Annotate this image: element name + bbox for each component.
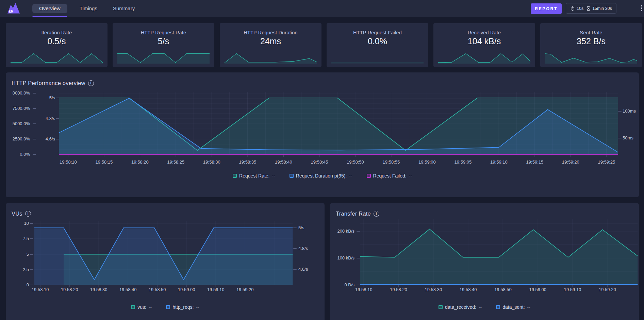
axis-tick [30,285,33,285]
axis-tick [33,154,36,155]
k6-dashboard: { "topbar": { "tabs": [ {"label": "Overv… [0,0,644,320]
axis-label: 5000.0% [0,121,30,127]
stopwatch-icon [570,6,575,11]
axis-tick [30,269,33,270]
hourglass-icon [586,6,591,11]
svg-text:k6: k6 [9,10,13,13]
axis-label: 19:58:20 [383,287,414,292]
k6-logo-icon[interactable]: k6 [7,2,20,15]
axis-label: 0 [0,282,29,288]
legend-label: Request Rate: [239,173,270,179]
axis-tick [56,118,59,119]
kebab-menu-icon[interactable] [641,5,644,11]
metric-title: Iteration Rate [42,30,72,35]
metric-title: Received Rate [468,30,501,35]
axis-label: 19:59:00 [412,159,442,165]
axis-label: 19:58:30 [418,287,449,292]
axis-label: 19:59:20 [555,159,586,165]
legend-item-request-rate[interactable]: Request Rate: -- [233,173,275,179]
metric-value: 0.5/s [47,36,66,46]
axis-tick [293,248,297,249]
axis-label: 200 kB/s [300,229,354,234]
axis-label: 19:58:40 [453,287,483,292]
metric-card-http-request-duration: HTTP Request Duration 24ms [220,23,321,67]
axis-tick [56,98,59,98]
total-duration-value: 15min 30s [592,6,612,11]
axis-label: 19:58:55 [376,159,407,165]
axis-label: 5 [0,252,29,257]
metric-title: HTTP Request Rate [141,30,186,35]
legend-label: Request Failed: [373,173,407,179]
legend-item-request-duration[interactable]: Request Duration p(95): -- [290,173,352,179]
axis-label: 19:58:30 [196,159,227,165]
legend-item-data-received[interactable]: data_received: -- [439,304,482,310]
tab-overview[interactable]: Overview [32,4,67,13]
legend-item-request-failed[interactable]: Request Failed: -- [367,173,412,179]
axis-tick [33,123,36,124]
legend-value: -- [527,304,530,310]
metric-card-sent-rate: Sent Rate 352 B/s [540,23,642,67]
axis-tick [357,285,360,285]
sparkline-chart [11,51,103,64]
chart-legend: vus: -- http_reqs: -- [6,304,325,310]
axis-label: 19:58:45 [304,159,335,165]
metric-card-iteration-rate: Iteration Rate 0.5/s [6,23,108,67]
metric-value: 0.0% [368,36,387,46]
report-button[interactable]: REPORT [531,3,562,14]
axis-label: 10 [0,221,29,226]
transfer-rate-panel: Transfer Rate data_received: -- data_sen… [330,203,639,320]
axis-label: 19:59:00 [523,287,553,292]
axis-label: 2.5 [0,267,29,272]
tab-summary[interactable]: Summary [106,4,142,13]
legend-label: http_reqs: [172,304,194,310]
axis-tick [30,223,33,224]
axis-label: 0.0% [0,152,30,157]
axis-label: 19:59:05 [448,159,478,165]
axis-label: 19:58:20 [125,159,155,165]
legend-label: data_sent: [502,304,525,310]
axis-label: 19:59:10 [557,287,588,292]
legend-value: -- [479,304,482,310]
metric-value: 24ms [260,36,281,46]
metric-title: HTTP Request Failed [353,30,402,35]
elapsed-time: 10s [570,6,583,11]
sparkline-chart [545,51,637,64]
tab-timings[interactable]: Timings [73,4,104,13]
legend-item-data-sent[interactable]: data_sent: -- [496,304,530,310]
axis-label: 19:58:40 [268,159,299,165]
axis-label: 19:58:50 [340,159,370,165]
active-tab-indicator [32,16,67,17]
http-reqs-swatch-icon [166,305,170,309]
metric-title: HTTP Request Duration [244,30,298,35]
data-received-swatch-icon [439,305,443,309]
axis-label: 19:58:35 [232,159,263,165]
axis-label: 4.8/s [1,116,55,121]
sparkline-chart [117,51,210,64]
http-performance-overview-panel: HTTP Performance overview Request Rate: … [6,72,639,197]
axis-tick [30,238,33,239]
metric-card-received-rate: Received Rate 104 kB/s [433,23,535,67]
legend-item-http-reqs[interactable]: http_reqs: -- [166,304,199,310]
metric-value: 352 B/s [577,36,606,46]
elapsed-time-value: 10s [577,6,583,11]
metric-title: Sent Rate [580,30,602,35]
axis-label: 100 kB/s [300,255,354,261]
axis-tick [357,231,360,232]
legend-value: -- [272,173,275,179]
axis-label: 19:58:25 [161,159,191,165]
axis-label: 19:59:00 [171,287,202,292]
axis-label: 19:58:50 [142,287,172,292]
axis-label: 19:58:30 [83,287,114,292]
axis-label: 19:58:15 [89,159,119,165]
legend-value: -- [349,173,352,179]
legend-item-vus[interactable]: vus: -- [131,304,152,310]
vus-panel: VUs vus: -- http_reqs: -- 19:58:1019:58:… [6,203,325,320]
axis-tick [30,254,33,255]
chart-legend: Request Rate: -- Request Duration p(95):… [6,173,639,179]
vus-swatch-icon [131,305,135,309]
metric-card-http-request-failed: HTTP Request Failed 0.0% [327,23,428,67]
legend-value: -- [409,173,412,179]
axis-label: 19:58:10 [348,287,379,292]
total-duration: 15min 30s [586,6,612,11]
axis-label: 19:58:20 [54,287,85,292]
